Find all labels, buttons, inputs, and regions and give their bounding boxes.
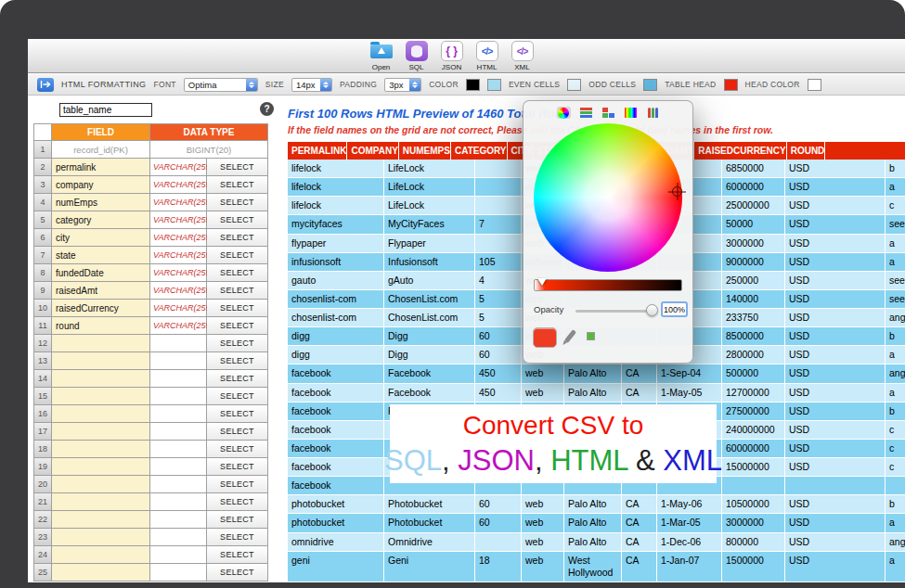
cell-permalink: facebook [288, 458, 384, 477]
xml-button-label: XML [514, 63, 529, 71]
type-select-button[interactable]: SELECT [207, 352, 268, 370]
row-number: 13 [34, 352, 52, 370]
type-select-button[interactable]: SELECT [207, 458, 268, 476]
current-color-swatch[interactable] [533, 327, 557, 348]
type-select-button[interactable]: SELECT [207, 546, 268, 564]
field-name-cell[interactable] [52, 511, 150, 529]
opacity-value-field[interactable]: 100% [661, 301, 688, 317]
saved-color-swatch[interactable] [587, 332, 595, 340]
field-name-cell[interactable] [52, 441, 150, 458]
head-color-swatch[interactable] [724, 79, 738, 91]
even-cells-swatch[interactable] [487, 79, 501, 91]
field-name-cell[interactable]: city [52, 229, 150, 247]
color-wheel-crosshair[interactable] [672, 186, 682, 197]
type-select-button[interactable]: SELECT [207, 229, 268, 247]
cell-raisedamt: 3000000 [722, 235, 785, 253]
field-name-cell[interactable] [52, 352, 150, 370]
type-select-button[interactable]: SELECT [207, 247, 268, 264]
xml-export-button[interactable]: </> XML [511, 41, 534, 71]
type-select-button[interactable]: SELECT [207, 194, 268, 211]
field-name-cell[interactable]: raisedCurrency [52, 300, 150, 317]
type-select-button[interactable]: SELECT [207, 564, 268, 582]
field-grid-row: 25 SELECT [34, 564, 268, 582]
cell-numemps: 60 [475, 346, 522, 364]
color-sliders-tab-icon[interactable] [579, 107, 593, 119]
type-select-button[interactable]: SELECT [207, 300, 268, 317]
color-wheel[interactable] [534, 123, 682, 272]
sidebar-toggle-icon[interactable] [37, 78, 54, 92]
html-export-button[interactable]: </> HTML [476, 41, 498, 71]
type-select-button[interactable]: SELECT [207, 493, 268, 511]
color-wheel-tab-icon[interactable] [557, 107, 571, 119]
text-color-swatch[interactable] [466, 79, 480, 91]
field-name-cell[interactable] [52, 370, 150, 388]
brightness-slider[interactable] [534, 279, 682, 291]
sql-export-button[interactable]: SQL [406, 41, 428, 71]
table-head-swatch[interactable] [643, 79, 657, 91]
type-select-button[interactable]: SELECT [207, 370, 268, 388]
font-select[interactable]: Optima [184, 78, 258, 92]
field-name-cell[interactable]: round [52, 317, 150, 335]
watermark-word: XML [663, 444, 722, 477]
field-type-cell [150, 370, 207, 388]
field-name-cell[interactable]: raisedAmt [52, 282, 150, 300]
field-name-cell[interactable]: permalink [52, 159, 150, 176]
field-name-cell[interactable] [52, 493, 150, 511]
column-header: PERMALINK [288, 142, 347, 160]
json-export-button[interactable]: { } JSON [441, 41, 463, 71]
field-name-cell[interactable] [52, 564, 150, 582]
color-palettes-tab-icon[interactable] [601, 107, 615, 119]
field-name-cell[interactable]: company [52, 176, 150, 194]
html-code-icon: </> [476, 41, 498, 61]
cell-company: LifeLock [384, 178, 475, 197]
field-name-cell[interactable] [52, 458, 150, 476]
extra-color-swatch[interactable] [808, 79, 821, 91]
type-select-button[interactable]: SELECT [207, 159, 268, 176]
head-color-label: HEAD COLOR [745, 80, 800, 89]
field-name-cell[interactable]: category [52, 211, 150, 229]
field-grid: FIELD DATA TYPE 1 record_id(PK) BIGINT(2… [33, 123, 268, 582]
field-type-cell [150, 405, 207, 423]
open-button[interactable]: Open [370, 41, 393, 71]
type-select-button[interactable]: SELECT [207, 423, 268, 441]
type-select-button[interactable]: SELECT [207, 441, 268, 458]
type-select-button[interactable]: SELECT [207, 317, 268, 335]
opacity-slider-track[interactable] [575, 310, 652, 313]
field-name-cell[interactable]: state [52, 247, 150, 264]
type-select-button[interactable]: SELECT [207, 211, 268, 229]
field-name-cell[interactable] [52, 529, 150, 546]
type-select-button[interactable]: SELECT [207, 282, 268, 300]
cell-numemps: 60 [475, 327, 522, 346]
field-name-cell[interactable] [52, 335, 150, 352]
cell-raisedamt: 6850000 [722, 160, 785, 178]
opacity-slider-thumb[interactable] [646, 304, 658, 316]
type-select-button[interactable]: SELECT [207, 264, 268, 282]
field-name-cell[interactable]: fundedDate [52, 264, 150, 282]
type-select-button[interactable]: SELECT [207, 388, 268, 405]
cell-numemps [475, 533, 522, 552]
pencils-tab-icon[interactable] [646, 107, 660, 119]
type-select-button[interactable]: SELECT [207, 176, 268, 194]
field-name-cell[interactable] [52, 405, 150, 423]
eyedropper-icon[interactable] [564, 329, 576, 343]
image-palettes-tab-icon[interactable] [624, 107, 638, 119]
help-icon[interactable]: ? [260, 102, 274, 116]
field-name-cell[interactable]: numEmps [52, 194, 150, 211]
cell-raisedcurrency: USD [785, 197, 886, 215]
type-select-button[interactable]: SELECT [207, 511, 268, 529]
type-select-button[interactable]: SELECT [207, 335, 268, 352]
table-name-input[interactable] [59, 103, 152, 117]
cell-category: web [522, 384, 564, 403]
field-name-cell[interactable] [52, 388, 150, 405]
field-name-cell[interactable] [52, 423, 150, 441]
odd-cells-swatch[interactable] [567, 79, 581, 91]
type-select-button[interactable]: SELECT [207, 529, 268, 546]
type-select-button[interactable]: SELECT [207, 476, 268, 493]
padding-select[interactable]: 3px [384, 78, 421, 92]
cell-numemps: 4 [475, 272, 522, 290]
type-select-button[interactable]: SELECT [207, 405, 268, 423]
brightness-slider-thumb[interactable] [537, 278, 547, 286]
field-name-cell[interactable] [52, 546, 150, 564]
field-name-cell[interactable] [52, 476, 150, 493]
size-select[interactable]: 14px [291, 78, 332, 92]
